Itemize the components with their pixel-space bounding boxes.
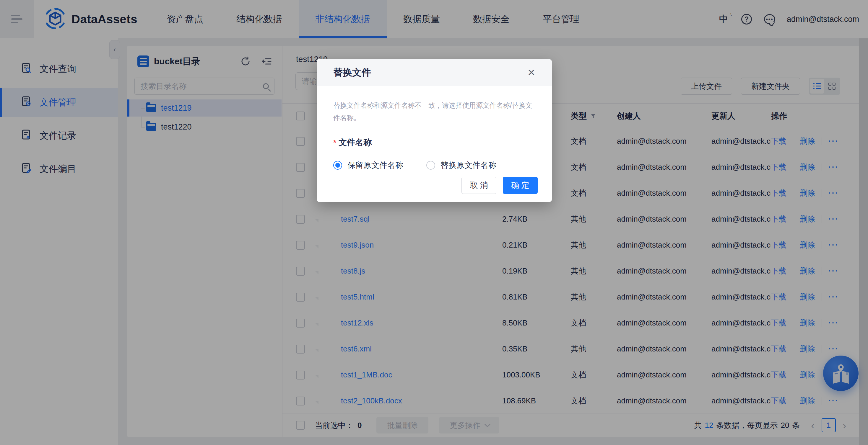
field-label: *文件名称 [333, 137, 537, 148]
modal-footer: 取 消 确 定 [462, 177, 538, 194]
app-root: DataAssets 资产盘点结构化数据非结构化数据数据质量数据安全平台管理 中… [0, 0, 868, 445]
required-mark: * [333, 138, 336, 147]
radio-label: 保留原文件名称 [347, 160, 403, 171]
cancel-button[interactable]: 取 消 [462, 177, 496, 194]
radio-option[interactable]: 替换原文件名称 [426, 160, 496, 171]
radio-label: 替换原文件名称 [440, 160, 496, 171]
radio-group: 保留原文件名称 替换原文件名称 [333, 160, 537, 171]
radio-option[interactable]: 保留原文件名称 [333, 160, 403, 171]
modal-header: 替换文件 ✕ [317, 59, 552, 86]
confirm-button[interactable]: 确 定 [503, 177, 538, 194]
modal-body: 替换文件名称和源文件名称不一致，请选择使用源文件名称/替换文件名称。 *文件名称… [317, 86, 552, 171]
close-icon[interactable]: ✕ [527, 68, 535, 77]
modal-description: 替换文件名称和源文件名称不一致，请选择使用源文件名称/替换文件名称。 [333, 99, 538, 124]
replace-file-modal: 替换文件 ✕ 替换文件名称和源文件名称不一致，请选择使用源文件名称/替换文件名称… [317, 59, 552, 202]
modal-title: 替换文件 [333, 66, 371, 79]
radio-icon [333, 161, 342, 170]
radio-icon [426, 161, 435, 170]
